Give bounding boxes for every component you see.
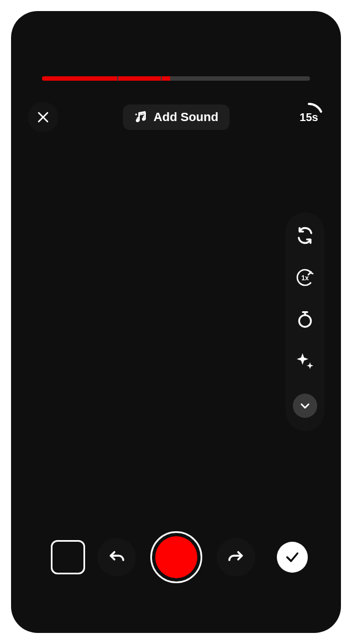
close-button[interactable] <box>28 102 59 133</box>
bottom-controls <box>11 531 341 583</box>
chevron-down-icon <box>299 400 311 412</box>
confirm-button[interactable] <box>277 542 308 573</box>
redo-button[interactable] <box>217 538 255 577</box>
sparkle-icon <box>295 352 315 371</box>
add-sound-label: Add Sound <box>154 110 218 124</box>
svg-point-4 <box>299 315 311 327</box>
expand-tools-button[interactable] <box>293 394 317 418</box>
record-duration-button[interactable]: 15s <box>293 102 324 133</box>
add-sound-button[interactable]: Add Sound <box>123 104 229 130</box>
progress-segment <box>42 76 117 81</box>
speed-button[interactable]: 1x <box>295 268 315 287</box>
svg-text:1x: 1x <box>301 274 309 282</box>
effects-button[interactable] <box>295 352 315 371</box>
undo-icon <box>108 548 125 566</box>
flip-camera-button[interactable] <box>295 226 315 245</box>
timer-button[interactable] <box>295 310 315 329</box>
gallery-button[interactable] <box>51 540 85 574</box>
flip-camera-icon <box>296 226 314 245</box>
top-controls: Add Sound 15s <box>28 102 324 133</box>
undo-button[interactable] <box>97 538 136 577</box>
record-indicator <box>155 536 197 578</box>
camera-record-screen: Add Sound 15s 1x <box>11 11 341 633</box>
progress-segment <box>118 76 161 81</box>
check-icon <box>285 549 300 565</box>
recording-progress-bar <box>42 76 310 81</box>
redo-icon <box>227 548 245 566</box>
close-icon <box>36 111 50 124</box>
speed-icon: 1x <box>295 268 315 287</box>
side-toolbar: 1x <box>286 212 324 431</box>
duration-label: 15s <box>300 111 318 124</box>
timer-icon <box>296 311 314 328</box>
music-note-icon <box>134 111 147 124</box>
record-button[interactable] <box>150 531 202 583</box>
progress-segment <box>162 76 170 81</box>
